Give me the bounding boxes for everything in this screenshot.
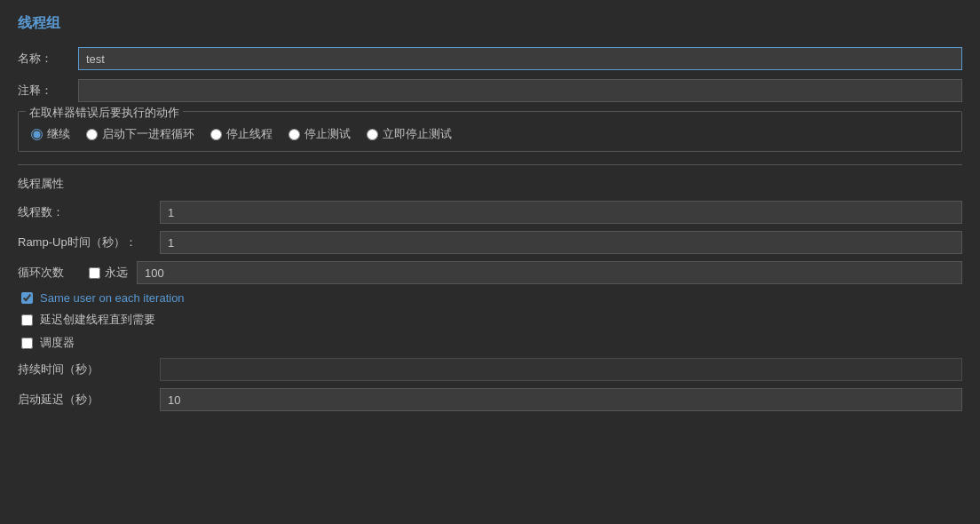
duration-row: 持续时间（秒） <box>18 358 962 381</box>
rampup-input[interactable] <box>160 231 962 254</box>
name-label: 名称： <box>18 51 71 67</box>
comment-row: 注释： <box>18 79 962 102</box>
radio-start-next-label: 启动下一进程循环 <box>102 126 194 142</box>
duration-label: 持续时间（秒） <box>18 361 160 377</box>
delay-thread-label[interactable]: 延迟创建线程直到需要 <box>40 312 155 328</box>
name-row: 名称： <box>18 47 962 70</box>
radio-stop-thread-label: 停止线程 <box>226 126 273 142</box>
error-action-legend: 在取样器错误后要执行的动作 <box>26 105 183 121</box>
same-user-checkbox[interactable] <box>21 292 33 304</box>
radio-stop-now[interactable]: 立即停止测试 <box>367 126 452 142</box>
delay-thread-checkbox[interactable] <box>21 314 33 326</box>
thread-count-label: 线程数： <box>18 204 160 220</box>
loop-label: 循环次数 <box>18 265 89 281</box>
thread-count-input[interactable] <box>160 201 962 224</box>
radio-stop-thread[interactable]: 停止线程 <box>210 126 273 142</box>
startup-delay-row: 启动延迟（秒） <box>18 388 962 411</box>
comment-label: 注释： <box>18 83 71 99</box>
scheduler-checkbox[interactable] <box>21 337 33 349</box>
error-action-radio-group: 继续 启动下一进程循环 停止线程 停止测试 立即停止测试 <box>31 126 949 142</box>
main-container: 线程组 名称： 注释： 在取样器错误后要执行的动作 继续 启动下一进程循环 停止… <box>0 0 980 524</box>
thread-count-row: 线程数： <box>18 201 962 224</box>
scheduler-row: 调度器 <box>18 335 962 351</box>
startup-delay-input[interactable] <box>160 388 962 411</box>
same-user-row: Same user on each iteration <box>18 291 962 305</box>
radio-stop-test[interactable]: 停止测试 <box>288 126 351 142</box>
radio-start-next[interactable]: 启动下一进程循环 <box>86 126 194 142</box>
forever-label[interactable]: 永远 <box>105 265 128 281</box>
radio-continue[interactable]: 继续 <box>31 126 70 142</box>
error-action-section: 在取样器错误后要执行的动作 继续 启动下一进程循环 停止线程 停止测试 立即停止… <box>18 111 962 152</box>
thread-props-section: 线程属性 线程数： Ramp-Up时间（秒）： 循环次数 永远 Same use… <box>18 164 962 411</box>
comment-input[interactable] <box>78 79 962 102</box>
scheduler-label[interactable]: 调度器 <box>40 335 75 351</box>
forever-check-group: 永远 <box>89 265 128 281</box>
thread-props-label: 线程属性 <box>18 176 962 192</box>
startup-delay-label: 启动延迟（秒） <box>18 392 160 408</box>
rampup-label: Ramp-Up时间（秒）： <box>18 234 160 250</box>
same-user-label[interactable]: Same user on each iteration <box>40 291 185 305</box>
forever-checkbox[interactable] <box>89 267 100 279</box>
radio-continue-label: 继续 <box>47 126 70 142</box>
page-title: 线程组 <box>18 14 962 33</box>
duration-input[interactable] <box>160 358 962 381</box>
loop-count-row: 循环次数 永远 <box>18 261 962 284</box>
radio-stop-test-label: 停止测试 <box>304 126 351 142</box>
delay-thread-row: 延迟创建线程直到需要 <box>18 312 962 328</box>
rampup-row: Ramp-Up时间（秒）： <box>18 231 962 254</box>
radio-stop-now-label: 立即停止测试 <box>383 126 452 142</box>
name-input[interactable] <box>78 47 962 70</box>
loop-count-input[interactable] <box>137 261 962 284</box>
